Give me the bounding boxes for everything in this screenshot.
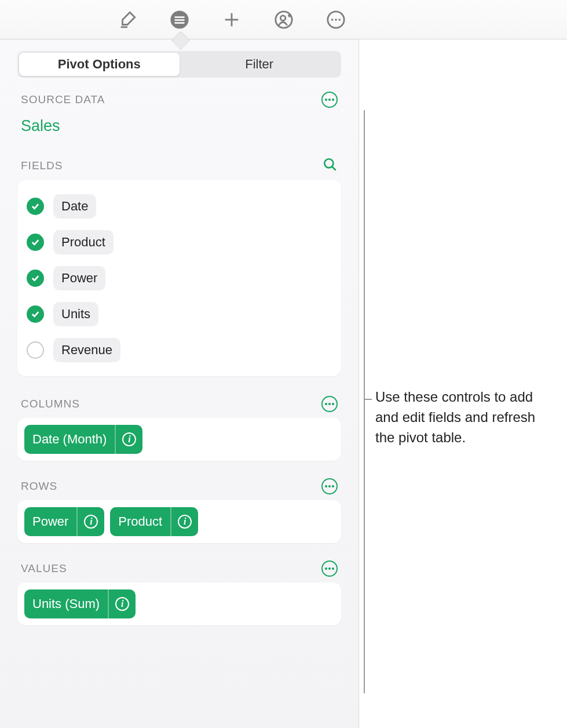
info-icon: i <box>84 515 98 529</box>
tab-pivot-options[interactable]: Pivot Options <box>19 53 180 76</box>
field-pill[interactable]: Product <box>53 230 114 254</box>
chip-label: Power <box>24 514 76 529</box>
info-icon: i <box>115 597 129 611</box>
callout-tick <box>364 399 372 400</box>
field-pill[interactable]: Date <box>53 194 96 219</box>
field-checkbox[interactable] <box>27 198 44 215</box>
field-pill[interactable]: Revenue <box>53 338 120 362</box>
svg-rect-1 <box>174 16 184 18</box>
chip-label: Product <box>110 514 170 529</box>
ellipsis-icon <box>325 485 334 487</box>
columns-header: COLUMNS <box>17 396 341 412</box>
row-chip[interactable]: Product i <box>110 507 198 536</box>
svg-point-7 <box>280 15 286 20</box>
svg-point-11 <box>331 19 333 21</box>
source-data-name[interactable]: Sales <box>17 114 341 145</box>
field-checkbox[interactable] <box>27 234 44 251</box>
callout-text: Use these controls to add and edit field… <box>375 387 555 447</box>
values-label: VALUES <box>21 562 67 575</box>
values-header: VALUES <box>17 560 341 577</box>
svg-line-15 <box>332 166 336 170</box>
chip-info-button[interactable]: i <box>109 597 136 611</box>
row-chip[interactable]: Power i <box>24 507 104 536</box>
source-data-header: SOURCE DATA <box>17 92 341 108</box>
callout-bracket <box>364 110 365 693</box>
field-checkbox[interactable] <box>27 341 44 359</box>
fields-header: FIELDS <box>17 157 341 174</box>
field-row: Date <box>27 188 332 224</box>
svg-rect-3 <box>174 22 184 24</box>
svg-point-13 <box>338 19 341 21</box>
column-chip[interactable]: Date (Month) i <box>24 425 142 454</box>
svg-point-14 <box>324 159 333 168</box>
fields-label: FIELDS <box>21 159 63 172</box>
source-data-more-button[interactable] <box>321 92 338 108</box>
search-icon[interactable] <box>323 157 338 174</box>
columns-label: COLUMNS <box>21 398 80 410</box>
rows-zone[interactable]: Power i Product i <box>17 500 341 543</box>
value-chip[interactable]: Units (Sum) i <box>24 589 136 618</box>
list-icon[interactable] <box>168 8 191 31</box>
info-icon: i <box>122 432 136 446</box>
ellipsis-icon <box>325 567 334 570</box>
columns-zone[interactable]: Date (Month) i <box>17 418 341 461</box>
add-person-icon[interactable] <box>272 8 295 31</box>
chip-info-button[interactable]: i <box>78 515 104 529</box>
source-data-label: SOURCE DATA <box>21 93 105 106</box>
tab-segmented-control: Pivot Options Filter <box>17 51 341 78</box>
rows-more-button[interactable] <box>321 478 338 494</box>
field-row: Power <box>27 260 332 296</box>
chip-label: Date (Month) <box>24 432 115 447</box>
field-pill[interactable]: Power <box>53 266 105 290</box>
toolbar <box>0 0 567 39</box>
fields-list-card: Date Product Power Units Revenue <box>17 180 341 376</box>
chip-info-button[interactable]: i <box>116 432 142 446</box>
ellipsis-icon <box>325 99 334 101</box>
field-row: Units <box>27 296 332 332</box>
chip-info-button[interactable]: i <box>171 515 198 529</box>
field-row: Product <box>27 224 332 260</box>
ellipsis-icon <box>325 403 334 405</box>
field-checkbox[interactable] <box>27 305 44 323</box>
field-row: Revenue <box>27 332 332 368</box>
plus-icon[interactable] <box>220 8 243 31</box>
format-brush-icon[interactable] <box>116 8 139 31</box>
inspector-panel: Pivot Options Filter SOURCE DATA Sales F… <box>0 39 359 728</box>
rows-header: ROWS <box>17 478 341 494</box>
field-checkbox[interactable] <box>27 270 44 287</box>
rows-label: ROWS <box>21 480 57 493</box>
field-pill[interactable]: Units <box>53 302 98 326</box>
values-zone[interactable]: Units (Sum) i <box>17 583 341 625</box>
svg-point-12 <box>335 19 337 21</box>
svg-rect-2 <box>174 19 184 21</box>
columns-more-button[interactable] <box>321 396 338 412</box>
values-more-button[interactable] <box>321 560 338 577</box>
more-icon[interactable] <box>324 8 347 31</box>
tab-filter[interactable]: Filter <box>180 53 340 76</box>
info-icon: i <box>178 515 192 529</box>
chip-label: Units (Sum) <box>24 596 108 611</box>
